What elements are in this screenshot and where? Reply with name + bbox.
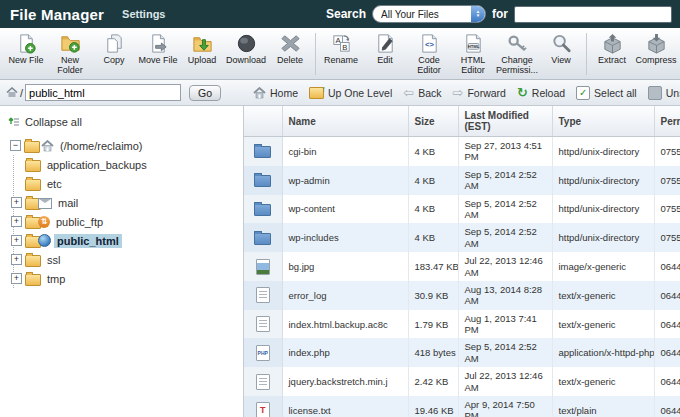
file-type-icon: [256, 287, 270, 303]
file-icon-cell: [244, 281, 282, 310]
select-stepper-icon: [471, 6, 485, 22]
file-name[interactable]: license.txt: [282, 396, 408, 417]
html-editor-icon: HTML: [462, 32, 485, 55]
tree-item[interactable]: application_backups: [9, 155, 243, 174]
view-button[interactable]: View: [539, 31, 583, 66]
html-editor-button[interactable]: HTML HTML Editor: [451, 31, 495, 76]
file-name[interactable]: jquery.backstretch.min.j: [282, 367, 408, 396]
extract-button[interactable]: Extract: [590, 31, 634, 66]
file-row[interactable]: wp-includes 4 KB Sep 5, 2014 2:52 AM htt…: [244, 223, 680, 252]
tree-item[interactable]: public_ftp: [9, 212, 243, 231]
file-perms: 0644: [654, 367, 680, 396]
rename-button[interactable]: AB Rename: [319, 31, 363, 66]
toolbar-label: Rename: [324, 56, 358, 66]
tree-item[interactable]: public_html: [9, 231, 243, 250]
column-header-modified[interactable]: Last Modified (EST): [458, 106, 552, 137]
file-icon-cell: [244, 338, 282, 367]
column-header-size[interactable]: Size: [408, 106, 458, 137]
search-input[interactable]: [514, 6, 672, 23]
tree-expander-icon[interactable]: [11, 216, 22, 227]
file-name[interactable]: error_log: [282, 281, 408, 310]
file-row[interactable]: wp-content 4 KB Sep 5, 2014 2:52 AM http…: [244, 195, 680, 224]
nav-up-one-level[interactable]: Up One Level: [309, 87, 392, 99]
file-type: text/x-generic: [552, 281, 654, 310]
file-modified: Aug 13, 2014 8:28 AM: [458, 281, 552, 310]
compress-button[interactable]: Compress: [634, 31, 678, 66]
delete-button[interactable]: Delete: [268, 31, 312, 66]
tree-badge-icon: [38, 216, 50, 228]
tree-expander-icon[interactable]: [11, 235, 22, 246]
upload-button[interactable]: Upload: [180, 31, 224, 66]
file-name[interactable]: cgi-bin: [282, 137, 408, 166]
file-row[interactable]: bg.jpg 183.47 KB Jul 22, 2013 12:46 AM i…: [244, 252, 680, 281]
new-folder-button[interactable]: New Folder: [48, 31, 92, 76]
file-name[interactable]: wp-content: [282, 195, 408, 224]
home-icon: [253, 87, 266, 99]
tree-item[interactable]: tmp: [9, 269, 243, 288]
nav-back[interactable]: ⇦ Back: [403, 86, 441, 99]
tree-root-item[interactable]: (/home/reclaimo): [8, 136, 243, 155]
file-modified: Sep 5, 2014 2:52 AM: [458, 223, 552, 252]
nav-home-label: Home: [270, 87, 298, 99]
code-editor-button[interactable]: <> Code Editor: [407, 31, 451, 76]
tree-item[interactable]: mail: [9, 193, 243, 212]
file-row[interactable]: jquery.backstretch.min.j 2.42 KB Jul 22,…: [244, 367, 680, 396]
toolbar-label: Compress: [635, 56, 676, 66]
collapse-all-label: Collapse all: [25, 116, 82, 128]
new-file-button[interactable]: New File: [4, 31, 48, 66]
file-name[interactable]: index.html.backup.ac8c: [282, 310, 408, 339]
download-button[interactable]: Download: [224, 31, 268, 66]
toolbar-label: View: [551, 56, 570, 66]
file-name[interactable]: index.php: [282, 338, 408, 367]
svg-text:<>: <>: [425, 40, 434, 49]
move-file-icon: [147, 32, 170, 55]
nav-unselect-all[interactable]: Unselect all: [648, 86, 680, 100]
tree-item[interactable]: etc: [9, 174, 243, 193]
tree-item[interactable]: ssl: [9, 250, 243, 269]
path-input[interactable]: [25, 84, 181, 101]
file-size: 4 KB: [408, 195, 458, 224]
file-row[interactable]: cgi-bin 4 KB Sep 27, 2013 4:51 PM httpd/…: [244, 137, 680, 166]
move-file-button[interactable]: Move File: [136, 31, 180, 66]
tree-item-label: etc: [44, 177, 65, 191]
toolbar: New File New Folder Copy Move File Uploa…: [0, 28, 680, 80]
unselect-all-checkbox-icon: [648, 86, 662, 100]
column-header-perms[interactable]: Perms: [654, 106, 680, 137]
column-header-name[interactable]: Name: [282, 106, 408, 137]
file-row[interactable]: index.php 418 bytes Sep 5, 2014 2:52 AM …: [244, 338, 680, 367]
compress-icon: [645, 32, 668, 55]
tree-expander-icon[interactable]: [11, 273, 22, 284]
file-row[interactable]: error_log 30.9 KB Aug 13, 2014 8:28 AM t…: [244, 281, 680, 310]
rename-icon: AB: [330, 32, 353, 55]
tree-expander-icon[interactable]: [10, 140, 21, 151]
nav-reload[interactable]: ↻ Reload: [517, 86, 565, 99]
file-row[interactable]: wp-admin 4 KB Sep 5, 2014 2:52 AM httpd/…: [244, 166, 680, 195]
tree-expander-icon[interactable]: [11, 197, 22, 208]
search-scope-select[interactable]: All Your Files: [372, 5, 486, 23]
toolbar-label: Delete: [277, 56, 303, 66]
file-perms: 0644: [654, 338, 680, 367]
path-nav-row: / Go Home Up One Level ⇦ Back ⇨ Forward: [0, 80, 680, 106]
file-navbar: Home Up One Level ⇦ Back ⇨ Forward ↻ Rel…: [243, 86, 680, 100]
change-permissions-button[interactable]: Change Permissi...: [495, 31, 539, 76]
tree-badge-icon: [38, 234, 51, 247]
folder-icon: [25, 160, 41, 172]
copy-button[interactable]: Copy: [92, 31, 136, 66]
nav-select-all[interactable]: Select all: [576, 86, 637, 100]
go-button[interactable]: Go: [189, 85, 221, 101]
file-name[interactable]: bg.jpg: [282, 252, 408, 281]
download-icon: [235, 32, 258, 55]
file-row[interactable]: license.txt 19.46 KB Apr 9, 2014 7:50 PM…: [244, 396, 680, 417]
file-icon-cell: [244, 367, 282, 396]
edit-button[interactable]: Edit: [363, 31, 407, 66]
file-row[interactable]: index.html.backup.ac8c 1.79 KB Aug 1, 20…: [244, 310, 680, 339]
new-folder-icon: [59, 32, 82, 55]
nav-home[interactable]: Home: [253, 87, 298, 99]
file-name[interactable]: wp-admin: [282, 166, 408, 195]
file-name[interactable]: wp-includes: [282, 223, 408, 252]
tree-expander-icon[interactable]: [11, 254, 22, 265]
collapse-all-button[interactable]: Collapse all: [8, 116, 243, 128]
nav-forward[interactable]: ⇨ Forward: [452, 86, 505, 99]
settings-link[interactable]: Settings: [122, 8, 165, 20]
column-header-type[interactable]: Type: [552, 106, 654, 137]
